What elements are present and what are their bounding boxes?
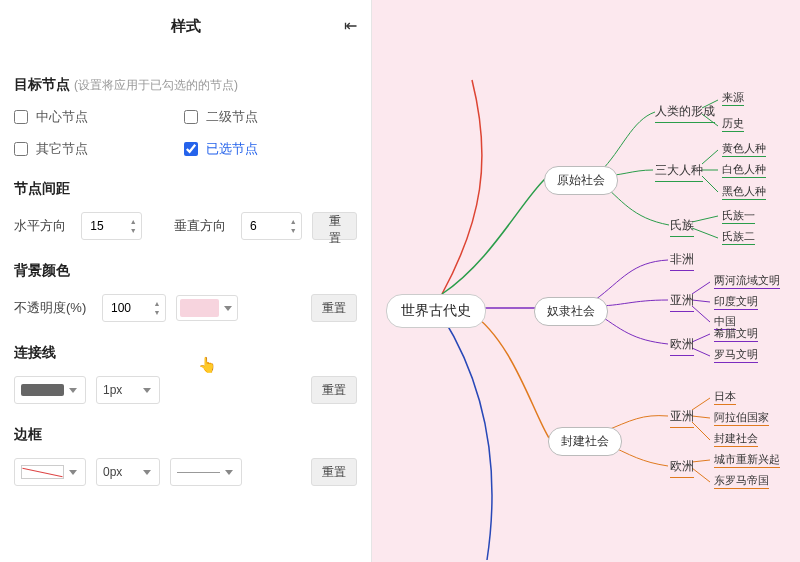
chevron-down-icon[interactable]: ▼ (126, 226, 140, 235)
chevron-up-icon[interactable]: ▲ (286, 217, 300, 226)
panel-title: 样式 (171, 17, 201, 36)
reset-spacing-button[interactable]: 重置 (312, 212, 357, 240)
node-leaf[interactable]: 罗马文明 (714, 347, 758, 363)
line-color-select[interactable] (14, 376, 86, 404)
checkbox-label: 已选节点 (206, 140, 258, 158)
node-root[interactable]: 世界古代史 (386, 294, 486, 328)
chevron-up-icon[interactable]: ▲ (150, 299, 164, 308)
checkbox-input[interactable] (14, 142, 28, 156)
checkbox-input[interactable] (184, 110, 198, 124)
line-style-icon (177, 472, 220, 473)
node-leaf[interactable]: 东罗马帝国 (714, 473, 769, 489)
chevron-down-icon (143, 470, 151, 475)
node[interactable]: 欧洲 (670, 458, 694, 478)
reset-line-button[interactable]: 重置 (311, 376, 357, 404)
node[interactable]: 亚洲 (670, 408, 694, 428)
collapse-icon[interactable]: ⇤ (344, 16, 357, 35)
node[interactable]: 三大人种 (655, 162, 703, 182)
chevron-up-icon[interactable]: ▲ (126, 217, 140, 226)
spinner[interactable]: ▲▼ (126, 214, 140, 238)
target-section-title: 目标节点(设置将应用于已勾选的的节点) (14, 76, 357, 94)
h-spacing-input[interactable]: ▲▼ (81, 212, 142, 240)
node-leaf[interactable]: 来源 (722, 90, 744, 106)
node[interactable]: 亚洲 (670, 292, 694, 312)
checkbox-center-node[interactable]: 中心节点 (14, 108, 184, 126)
node[interactable]: 氏族 (670, 217, 694, 237)
mindmap-canvas[interactable]: 世界古代史 原始社会 奴隶社会 封建社会 人类的形成 来源 历史 三大人种 黄色… (372, 0, 800, 562)
bg-color-picker[interactable] (176, 295, 238, 321)
node-leaf[interactable]: 阿拉伯国家 (714, 410, 769, 426)
chevron-down-icon[interactable]: ▼ (286, 226, 300, 235)
v-spacing-input[interactable]: ▲▼ (241, 212, 302, 240)
border-style-select[interactable] (170, 458, 242, 486)
node-leaf[interactable]: 封建社会 (714, 431, 758, 447)
checkbox-label: 二级节点 (206, 108, 258, 126)
color-swatch (180, 299, 219, 317)
v-spacing-label: 垂直方向 (174, 217, 231, 235)
checkbox-input[interactable] (14, 110, 28, 124)
checkbox-label: 中心节点 (36, 108, 88, 126)
line-color-swatch (21, 384, 64, 396)
target-label: 目标节点 (14, 76, 70, 92)
chevron-down-icon[interactable]: ▼ (150, 308, 164, 317)
node-leaf[interactable]: 黑色人种 (722, 184, 766, 200)
chevron-down-icon (69, 470, 77, 475)
spacing-title: 节点间距 (14, 180, 357, 198)
border-width-select[interactable]: 0px (96, 458, 160, 486)
no-color-icon (21, 465, 64, 479)
node-leaf[interactable]: 氏族一 (722, 208, 755, 224)
node-leaf[interactable]: 氏族二 (722, 229, 755, 245)
node[interactable]: 人类的形成 (655, 103, 715, 123)
reset-border-button[interactable]: 重置 (311, 458, 357, 486)
node-leaf[interactable]: 历史 (722, 116, 744, 132)
node-leaf[interactable]: 印度文明 (714, 294, 758, 310)
line-width-value: 1px (103, 383, 122, 397)
chevron-down-icon (224, 306, 232, 311)
opacity-input[interactable]: ▲▼ (102, 294, 166, 322)
chevron-down-icon (225, 470, 233, 475)
node-leaf[interactable]: 白色人种 (722, 162, 766, 178)
node[interactable]: 欧洲 (670, 336, 694, 356)
target-hint: (设置将应用于已勾选的的节点) (74, 78, 238, 92)
border-width-value: 0px (103, 465, 122, 479)
h-spacing-label: 水平方向 (14, 217, 71, 235)
spinner[interactable]: ▲▼ (150, 296, 164, 320)
opacity-label: 不透明度(%) (14, 299, 92, 317)
border-title: 边框 (14, 426, 357, 444)
node-leaf[interactable]: 希腊文明 (714, 326, 758, 342)
node-leaf[interactable]: 两河流域文明 (714, 273, 780, 289)
node[interactable]: 非洲 (670, 251, 694, 271)
checkbox-label: 其它节点 (36, 140, 88, 158)
spinner[interactable]: ▲▼ (286, 214, 300, 238)
checkbox-input[interactable] (184, 142, 198, 156)
checkbox-level2-node[interactable]: 二级节点 (184, 108, 357, 126)
line-width-select[interactable]: 1px (96, 376, 160, 404)
node-leaf[interactable]: 日本 (714, 389, 736, 405)
border-color-select[interactable] (14, 458, 86, 486)
checkbox-selected-node[interactable]: 已选节点 (184, 140, 357, 158)
chevron-down-icon (69, 388, 77, 393)
chevron-down-icon (143, 388, 151, 393)
node-branch[interactable]: 封建社会 (548, 427, 622, 456)
node-branch[interactable]: 奴隶社会 (534, 297, 608, 326)
node-branch[interactable]: 原始社会 (544, 166, 618, 195)
node-leaf[interactable]: 城市重新兴起 (714, 452, 780, 468)
line-title: 连接线 (14, 344, 357, 362)
checkbox-other-node[interactable]: 其它节点 (14, 140, 184, 158)
reset-bg-button[interactable]: 重置 (311, 294, 357, 322)
node-leaf[interactable]: 黄色人种 (722, 141, 766, 157)
bg-title: 背景颜色 (14, 262, 357, 280)
